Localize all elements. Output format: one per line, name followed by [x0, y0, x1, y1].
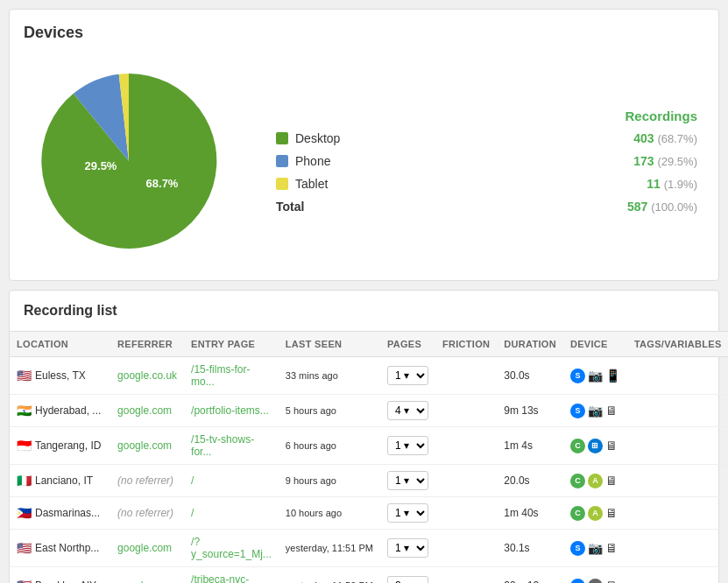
device-cell: CA🖥 — [563, 465, 627, 497]
duration-cell: 30.1s — [497, 530, 563, 567]
last-seen-cell: 9 hours ago — [279, 465, 380, 497]
pages-cell[interactable]: 4 ▾ — [380, 395, 435, 427]
mobile-icon: 📱 — [605, 369, 620, 383]
desktop-icon: 🖥 — [605, 541, 618, 555]
pages-select[interactable]: 1 ▾ — [387, 366, 428, 385]
win-icon: ⊞ — [588, 439, 603, 453]
chrome-icon: C — [570, 506, 585, 521]
flag-icon: 🇺🇸 — [17, 369, 32, 383]
last-seen-cell: yesterday, 11:51 PM — [279, 530, 380, 567]
friction-cell — [435, 395, 497, 427]
column-header: ENTRY PAGE — [184, 332, 279, 357]
chrome-icon: C — [570, 439, 585, 453]
tags-cell — [627, 395, 728, 427]
tags-cell — [627, 567, 728, 584]
legend-dot — [276, 178, 288, 190]
last-seen-cell: yesterday, 11:50 PM — [279, 567, 380, 584]
device-cell: S📷🖥 — [563, 395, 627, 427]
entry-page-link[interactable]: /15-tv-shows-for... — [191, 433, 254, 458]
referrer-link[interactable]: google.com — [117, 579, 172, 583]
pages-select[interactable]: 1 ▾ — [387, 503, 428, 523]
device-cell: S🖥 — [563, 567, 627, 584]
entry-page-link[interactable]: / — [191, 474, 194, 487]
pages-cell[interactable]: 1 ▾ — [380, 497, 435, 530]
total-label: Total — [276, 200, 304, 214]
pages-cell[interactable]: 1 ▾ — [380, 357, 435, 395]
entry-page-link[interactable]: /portfolio-items... — [191, 404, 269, 417]
location-cell: 🇺🇸 Euless, TX — [10, 357, 110, 395]
location-cell: 🇺🇸 East Northp... — [10, 530, 110, 567]
referrer-link[interactable]: google.co.uk — [117, 369, 177, 382]
entry-page-cell: /?y_source=1_Mj... — [184, 530, 279, 567]
referrer-link[interactable]: google.com — [117, 542, 172, 554]
duration-cell: 9m 13s — [497, 395, 563, 427]
desktop-icon: 🖥 — [605, 474, 618, 488]
device-cell: C⊞🖥 — [563, 427, 627, 465]
column-header: REFERRER — [110, 332, 184, 357]
location-text: Hyderabad, ... — [35, 404, 101, 417]
safari-icon: S — [570, 579, 585, 584]
column-header: PAGES — [380, 332, 435, 357]
devices-title: Devices — [24, 24, 704, 42]
table-row: 🇺🇸 Euless, TX google.co.uk /15-films-for… — [10, 357, 728, 395]
pie-chart: 29.5% 68.7% — [24, 56, 234, 266]
camera-icon: 📷 — [588, 404, 603, 418]
referrer-cell: google.com — [110, 530, 184, 567]
legend-table: Recordings Desktop 403 (68.7%) Phone 173 — [269, 105, 704, 218]
safari-icon: S — [570, 404, 585, 418]
desktop-icon: 🖥 — [605, 579, 618, 583]
chrome-icon: C — [570, 474, 585, 488]
location-text: Tangerang, ID — [35, 439, 101, 452]
flag-icon: 🇮🇹 — [17, 474, 32, 488]
friction-cell — [435, 567, 497, 584]
legend-dot — [276, 132, 288, 144]
referrer-cell: (no referrer) — [110, 497, 184, 530]
pages-cell[interactable]: 1 ▾ — [380, 427, 435, 465]
desktop-icon: 🖥 — [605, 404, 618, 418]
legend-row: Tablet 11 (1.9%) — [269, 172, 704, 195]
location-cell: 🇮🇳 Hyderabad, ... — [10, 395, 110, 427]
location-cell: 🇮🇹 Lanciano, IT — [10, 465, 110, 497]
flag-icon: 🇺🇸 — [17, 541, 32, 555]
tags-cell — [627, 497, 728, 530]
pages-select[interactable]: 1 ▾ — [387, 538, 428, 558]
entry-page-link[interactable]: /?y_source=1_Mj... — [191, 536, 272, 560]
table-row: 🇮🇹 Lanciano, IT (no referrer) / 9 hours … — [10, 465, 728, 497]
column-header: LOCATION — [10, 332, 110, 357]
phone-pct-label: 29.5% — [85, 159, 117, 172]
no-referrer: (no referrer) — [117, 507, 173, 519]
device-cell: CA🖥 — [563, 497, 627, 530]
pages-select[interactable]: 4 ▾ — [387, 401, 428, 420]
pages-select[interactable]: 1 ▾ — [387, 436, 428, 455]
pages-cell[interactable]: 8 ▾ — [380, 567, 435, 584]
legend-item-name: Desktop — [295, 131, 340, 145]
android-icon: A — [588, 506, 603, 521]
last-seen-cell: 5 hours ago — [279, 395, 380, 427]
legend-item-count: 173 (29.5%) — [476, 150, 704, 172]
entry-page-link[interactable]: /tribeca-nyc-pro... — [191, 573, 249, 583]
duration-cell: 20.0s — [497, 465, 563, 497]
tags-cell — [627, 530, 728, 567]
devices-panel: Devices — [9, 9, 719, 281]
column-header: LAST SEEN — [279, 332, 380, 357]
tags-cell — [627, 465, 728, 497]
entry-page-cell: /15-films-for-mo... — [184, 357, 279, 395]
friction-cell — [435, 357, 497, 395]
pages-cell[interactable]: 1 ▾ — [380, 465, 435, 497]
friction-cell — [435, 497, 497, 530]
referrer-link[interactable]: google.com — [117, 404, 172, 417]
no-referrer: (no referrer) — [117, 474, 173, 487]
devices-content: 29.5% 68.7% Recordings Desktop — [24, 56, 704, 266]
pages-select[interactable]: 1 ▾ — [387, 471, 428, 490]
legend-row: Phone 173 (29.5%) — [269, 150, 704, 172]
tags-cell — [627, 427, 728, 465]
entry-page-link[interactable]: / — [191, 507, 194, 519]
pages-cell[interactable]: 1 ▾ — [380, 530, 435, 567]
mac-icon — [588, 579, 603, 584]
entry-page-link[interactable]: /15-films-for-mo... — [191, 363, 250, 388]
desktop-icon: 🖥 — [605, 506, 618, 520]
location-cell: 🇮🇩 Tangerang, ID — [10, 427, 110, 465]
legend-item-count: 11 (1.9%) — [476, 172, 704, 195]
referrer-link[interactable]: google.com — [117, 439, 172, 452]
pages-select[interactable]: 8 ▾ — [387, 576, 428, 583]
